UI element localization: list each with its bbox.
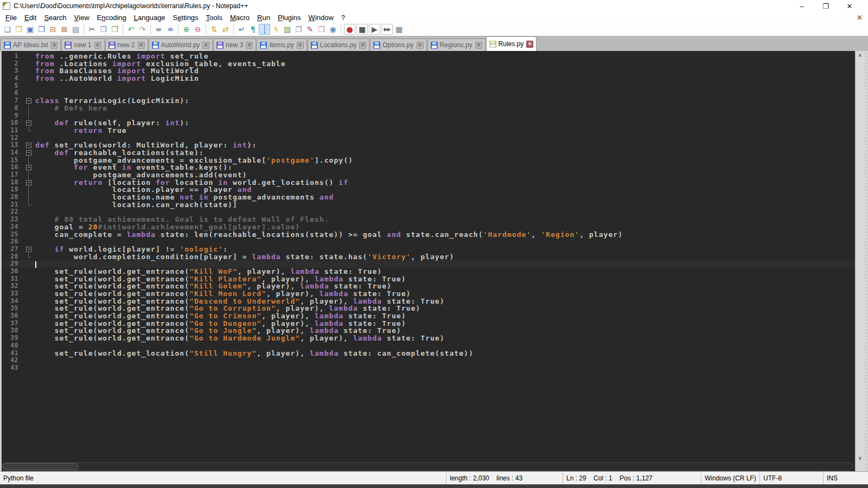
tab-new-1[interactable]: new 1✕ (61, 38, 104, 51)
tab-close-icon[interactable]: ✕ (417, 42, 424, 49)
menu-language[interactable]: Language (130, 13, 169, 22)
code-line[interactable]: 19 location.player == player and (2, 186, 855, 194)
zoom-in-icon[interactable]: ⊕ (181, 24, 192, 35)
function-completion-icon[interactable]: ϟ (270, 24, 282, 35)
menu-search[interactable]: Search (40, 13, 70, 22)
fold-marker-icon[interactable] (24, 164, 33, 171)
restore-button[interactable]: ❐ (814, 2, 838, 10)
code-line[interactable]: 14 def reachable_locations(state): (2, 149, 855, 157)
tab-close-icon[interactable]: ✕ (50, 42, 58, 49)
menu-macro[interactable]: Macro (226, 13, 253, 22)
run-macro-multiple-icon[interactable]: ▶▶ (381, 24, 393, 35)
tab-new-2[interactable]: new 2✕ (105, 38, 148, 51)
code-line[interactable]: 30 set_rule(world.get_entrance("Kill WoF… (2, 268, 855, 275)
tab-close-icon[interactable]: ✕ (202, 42, 209, 49)
menu-settings[interactable]: Settings (169, 13, 202, 22)
code-line[interactable]: 12 (2, 134, 855, 142)
code-line[interactable]: 42 (2, 357, 855, 364)
record-macro-icon[interactable]: ● (344, 24, 355, 35)
code-line[interactable]: 7class TerrariaLogic(LogicMixin): (2, 97, 855, 105)
replace-icon[interactable]: ab (164, 24, 176, 35)
tab-locations-py[interactable]: Locations.py✕ (308, 38, 369, 51)
code-line[interactable]: 15 postgame_advancements = exclusion_tab… (2, 157, 855, 164)
tab-items-py[interactable]: Items.py✕ (257, 38, 307, 51)
tab-close-icon[interactable]: ✕ (246, 42, 253, 49)
close-all-icon[interactable]: ⊠ (59, 24, 70, 35)
code-line[interactable]: 1from ..generic.Rules import set_rule (2, 53, 855, 60)
save-icon[interactable]: ▣ (24, 24, 36, 35)
minimize-button[interactable]: – (790, 2, 814, 10)
copy-icon[interactable]: ❐ (98, 24, 109, 35)
code-line[interactable]: 34 set_rule(world.get_entrance("Descend … (2, 298, 855, 305)
code-area[interactable]: 1from ..generic.Rules import set_rule2fr… (2, 51, 855, 462)
redo-icon[interactable]: ↷ (137, 24, 148, 35)
code-line[interactable]: 40 (2, 342, 855, 350)
zoom-out-icon[interactable]: ⊖ (192, 24, 203, 35)
menu-encoding[interactable]: Encoding (93, 13, 130, 22)
code-line[interactable]: 28 world.completion_condition[player] = … (2, 253, 855, 261)
tab-close-icon[interactable]: ✕ (359, 42, 366, 49)
sync-horizontal-scroll-icon[interactable]: ⇄ (220, 24, 231, 35)
tab-new-3[interactable]: new 3✕ (213, 38, 256, 51)
menu-view[interactable]: View (71, 13, 93, 22)
code-line[interactable]: 35 set_rule(world.get_entrance("Go to Co… (2, 305, 855, 312)
fold-marker-icon[interactable] (24, 246, 33, 253)
code-line[interactable]: 26 (2, 238, 855, 246)
code-line[interactable]: 38 set_rule(world.get_entrance("Go to Ju… (2, 327, 855, 335)
code-line[interactable]: 8 # Defs here (2, 105, 855, 112)
code-line[interactable]: 13def set_rules(world: MultiWorld, playe… (2, 142, 855, 149)
code-line[interactable]: 36 set_rule(world.get_entrance("Go to Cr… (2, 312, 855, 320)
code-line[interactable]: 17 postgame_advancements.add(event) (2, 171, 855, 179)
cut-icon[interactable]: ✂ (86, 24, 98, 35)
menu-plugins[interactable]: Plugins (274, 13, 305, 22)
horizontal-scroll-thumb[interactable] (3, 463, 79, 470)
new-file-icon[interactable]: ❏ (2, 24, 13, 35)
indent-guide-icon[interactable]: ┊ (259, 24, 270, 35)
save-all-icon[interactable]: ❒ (36, 24, 47, 35)
horizontal-scrollbar[interactable] (0, 462, 868, 471)
tab-options-py[interactable]: Options.py✕ (370, 38, 426, 51)
tab-close-icon[interactable]: ✕ (475, 42, 482, 49)
scroll-down-icon[interactable]: ∨ (858, 454, 862, 462)
code-line[interactable]: 22 (2, 208, 855, 216)
code-line[interactable]: 2from .Locations import exclusion_table,… (2, 60, 855, 68)
stop-macro-icon[interactable]: ■ (356, 24, 368, 35)
code-line[interactable]: 43 (2, 364, 855, 372)
code-line[interactable]: 9 (2, 112, 855, 120)
code-line[interactable]: 16 for event in events_table.keys(): (2, 164, 855, 171)
word-wrap-icon[interactable]: ↵ (236, 24, 247, 35)
sync-vertical-scroll-icon[interactable]: ⇅ (208, 24, 220, 35)
code-line[interactable]: 25 can_complete = lambda state: len(reac… (2, 231, 855, 239)
vertical-scrollbar[interactable]: ∧ ∨ (855, 51, 865, 462)
code-line[interactable]: 27 if world.logic[player] != 'nologic': (2, 246, 855, 253)
scroll-up-icon[interactable]: ∧ (858, 51, 862, 59)
code-line[interactable]: 24 goal = 20#int(world.achievement_goal[… (2, 223, 855, 231)
code-line[interactable]: 5 (2, 82, 855, 90)
edit-marker-icon[interactable]: ✎ (304, 24, 316, 35)
editor[interactable]: 1from ..generic.Rules import set_rule2fr… (0, 51, 868, 462)
menubar-close-icon[interactable]: ✕ (857, 14, 863, 22)
undo-icon[interactable]: ↶ (125, 24, 137, 35)
find-icon[interactable]: ∞ (153, 24, 164, 35)
folder-as-workspace-icon[interactable]: ❒ (316, 24, 327, 35)
fold-marker-icon[interactable] (24, 179, 33, 187)
tab-ap-ideas-txt[interactable]: AP Ideas.txt✕ (1, 38, 61, 51)
menu-help[interactable]: ? (337, 13, 349, 22)
code-line[interactable]: 11 return True (2, 127, 855, 134)
tab-autoworld-py[interactable]: AutoWorld.py✕ (149, 38, 213, 51)
code-line[interactable]: 10 def rule(self, player: int): (2, 119, 855, 127)
close-icon[interactable]: ⊟ (47, 24, 59, 35)
play-macro-icon[interactable]: ▶ (369, 24, 380, 35)
document-list-icon[interactable]: ❐ (293, 24, 304, 35)
menu-file[interactable]: File (2, 13, 21, 22)
menu-edit[interactable]: Edit (21, 13, 40, 22)
code-line[interactable]: 18 return [location for location in worl… (2, 179, 855, 187)
tab-close-icon[interactable]: ✕ (526, 41, 533, 48)
tab-close-icon[interactable]: ✕ (94, 42, 101, 49)
fold-marker-icon[interactable] (24, 97, 33, 105)
close-button[interactable]: ✕ (838, 2, 861, 10)
code-line[interactable]: 29 (2, 260, 855, 268)
save-macro-icon[interactable]: ▦ (393, 24, 405, 35)
code-line[interactable]: 4from ..AutoWorld import LogicMixin (2, 75, 855, 82)
file-monitoring-eye-icon[interactable]: ◉ (327, 24, 339, 35)
